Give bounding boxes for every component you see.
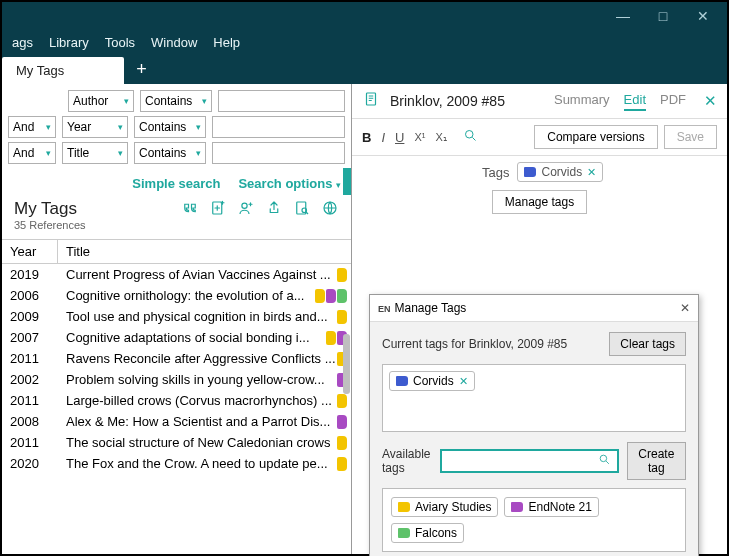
bool-op-select[interactable]: And▾ — [8, 142, 56, 164]
dialog-titlebar: ENManage Tags ✕ — [370, 295, 698, 322]
dialog-close-icon[interactable]: ✕ — [680, 301, 690, 315]
compare-versions-button[interactable]: Compare versions — [534, 125, 657, 149]
table-header: Year Title — [2, 239, 351, 264]
condition-select[interactable]: Contains▾ — [134, 142, 206, 164]
field-select[interactable]: Author▾ — [68, 90, 134, 112]
italic-button[interactable]: I — [381, 130, 385, 145]
tag-chip[interactable]: Falcons — [391, 523, 464, 543]
add-person-icon[interactable] — [237, 199, 255, 222]
table-row[interactable]: 2007Cognitive adaptations of social bond… — [2, 327, 351, 348]
cell-year: 2020 — [2, 456, 58, 471]
simple-search-link[interactable]: Simple search — [132, 176, 220, 191]
max-button[interactable]: □ — [643, 4, 683, 28]
field-select[interactable]: Year▾ — [62, 116, 128, 138]
tag-chip[interactable]: EndNote 21 — [504, 497, 598, 517]
tab-summary[interactable]: Summary — [554, 92, 610, 111]
manage-tags-button[interactable]: Manage tags — [492, 190, 587, 214]
cell-title: Current Progress of Avian Vaccines Again… — [58, 267, 336, 282]
tab-pdf[interactable]: PDF — [660, 92, 686, 111]
table-row[interactable]: 2011Large-billed crows (Corvus macrorhyn… — [2, 390, 351, 411]
tabs-row: My Tags + — [2, 54, 727, 84]
table-row[interactable]: 2019Current Progress of Avian Vaccines A… — [2, 264, 351, 285]
row-tags — [336, 394, 351, 408]
close-button[interactable]: ✕ — [683, 4, 723, 28]
tag-search-field[interactable] — [448, 454, 598, 468]
col-title[interactable]: Title — [58, 240, 351, 263]
add-reference-icon[interactable] — [209, 199, 227, 222]
tag-chip-corvids[interactable]: Corvids ✕ — [389, 371, 475, 391]
cell-title: Problem solving skills in young yellow-c… — [58, 372, 336, 387]
tag-color-icon — [511, 502, 523, 512]
tag-search-input[interactable] — [440, 449, 619, 473]
min-button[interactable]: — — [603, 4, 643, 28]
manage-tags-dialog: ENManage Tags ✕ Current tags for Brinklo… — [369, 294, 699, 556]
tag-marker-icon — [315, 289, 325, 303]
cell-title: Tool use and physical cognition in birds… — [58, 309, 336, 324]
search-value-input[interactable] — [218, 90, 345, 112]
search-options-link[interactable]: Search options — [238, 176, 332, 191]
cell-title: Cognitive adaptations of social bonding … — [58, 330, 325, 345]
add-tab-button[interactable]: + — [124, 55, 159, 84]
row-tags — [336, 310, 351, 324]
table-row[interactable]: 2009Tool use and physical cognition in b… — [2, 306, 351, 327]
create-tag-button[interactable]: Create tag — [627, 442, 686, 480]
menu-library[interactable]: Library — [41, 33, 97, 52]
table-row[interactable]: 2006Cognitive ornithology: the evolution… — [2, 285, 351, 306]
svg-point-7 — [600, 455, 607, 462]
dialog-title: Manage Tags — [395, 301, 467, 315]
search-doc-icon[interactable] — [293, 199, 311, 222]
cell-year: 2006 — [2, 288, 58, 303]
cell-title: The social structure of New Caledonian c… — [58, 435, 336, 450]
menu-ags[interactable]: ags — [4, 33, 41, 52]
menu-tools[interactable]: Tools — [97, 33, 143, 52]
subscript-button[interactable]: X₁ — [435, 131, 446, 144]
cell-year: 2019 — [2, 267, 58, 282]
cell-year: 2002 — [2, 372, 58, 387]
field-select[interactable]: Title▾ — [62, 142, 128, 164]
condition-select[interactable]: Contains▾ — [134, 116, 206, 138]
tag-chip[interactable]: Aviary Studies — [391, 497, 498, 517]
web-icon[interactable] — [321, 199, 339, 222]
search-icon[interactable] — [463, 128, 478, 146]
scrollbar-thumb[interactable] — [343, 334, 350, 394]
bold-button[interactable]: B — [362, 130, 371, 145]
menu-window[interactable]: Window — [143, 33, 205, 52]
menu-help[interactable]: Help — [205, 33, 248, 52]
table-row[interactable]: 2011The social structure of New Caledoni… — [2, 432, 351, 453]
quote-icon[interactable] — [181, 199, 199, 222]
condition-select[interactable]: Contains▾ — [140, 90, 212, 112]
table-row[interactable]: 2008Alex & Me: How a Scientist and a Par… — [2, 411, 351, 432]
underline-button[interactable]: U — [395, 130, 404, 145]
document-icon — [362, 90, 380, 112]
tab-my-tags[interactable]: My Tags — [2, 57, 124, 84]
search-value-input[interactable] — [212, 116, 345, 138]
save-button[interactable]: Save — [664, 125, 717, 149]
col-year[interactable]: Year — [2, 240, 58, 263]
bool-op-select[interactable]: And▾ — [8, 116, 56, 138]
cell-year: 2011 — [2, 435, 58, 450]
reference-list: 2019Current Progress of Avian Vaccines A… — [2, 264, 351, 554]
row-tags — [314, 289, 351, 303]
share-icon[interactable] — [265, 199, 283, 222]
left-panel: Author▾Contains▾And▾Year▾Contains▾And▾Ti… — [2, 84, 352, 554]
search-value-input[interactable] — [212, 142, 345, 164]
titlebar: — □ ✕ — [2, 2, 727, 30]
remove-tag-icon[interactable]: ✕ — [459, 375, 468, 388]
chevron-down-icon: ▾ — [336, 180, 341, 190]
cell-year: 2008 — [2, 414, 58, 429]
tag-marker-icon — [326, 331, 336, 345]
clear-tags-button[interactable]: Clear tags — [609, 332, 686, 356]
table-row[interactable]: 2011Ravens Reconcile after Aggressive Co… — [2, 348, 351, 369]
row-tags — [336, 415, 351, 429]
tag-marker-icon — [337, 289, 347, 303]
tag-chip-corvids[interactable]: Corvids ✕ — [517, 162, 603, 182]
table-row[interactable]: 2002Problem solving skills in young yell… — [2, 369, 351, 390]
table-row[interactable]: 2020The Fox and the Crow. A need to upda… — [2, 453, 351, 474]
remove-tag-icon[interactable]: ✕ — [587, 166, 596, 179]
close-panel-icon[interactable]: ✕ — [704, 92, 717, 110]
tag-color-icon — [524, 167, 536, 177]
tab-edit[interactable]: Edit — [624, 92, 646, 111]
superscript-button[interactable]: X¹ — [414, 131, 425, 143]
reference-count: 35 References — [14, 219, 86, 231]
row-tags — [336, 436, 351, 450]
